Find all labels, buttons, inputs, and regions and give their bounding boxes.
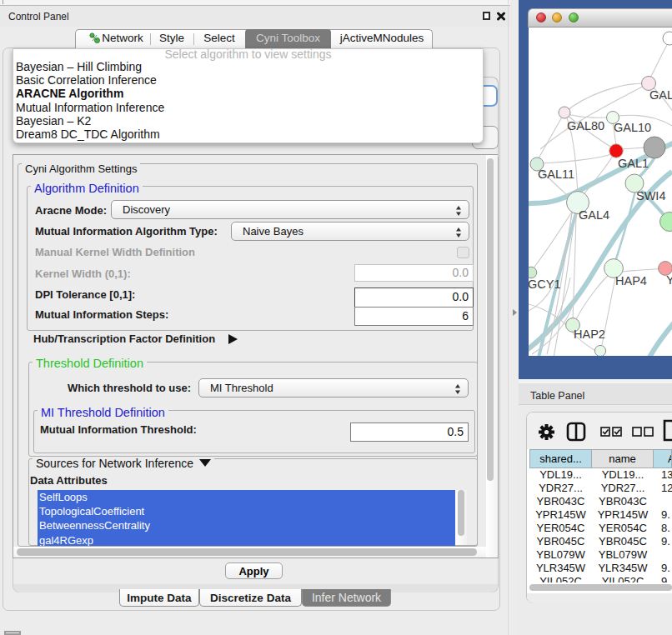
svg-text:GAL7: GAL7 bbox=[649, 88, 672, 102]
svg-text:GCY1: GCY1 bbox=[529, 278, 561, 291]
svg-text:SWI4: SWI4 bbox=[636, 189, 665, 202]
svg-text:HAP2: HAP2 bbox=[574, 328, 605, 341]
svg-text:GAL4: GAL4 bbox=[579, 208, 609, 222]
svg-text:GAL10: GAL10 bbox=[614, 121, 651, 134]
svg-text:GAL11: GAL11 bbox=[538, 168, 574, 181]
svg-text:HAP4: HAP4 bbox=[615, 274, 647, 288]
svg-text:Y: Y bbox=[666, 273, 672, 287]
svg-text:GAL80: GAL80 bbox=[567, 119, 604, 132]
svg-text:GAL1: GAL1 bbox=[618, 157, 649, 170]
